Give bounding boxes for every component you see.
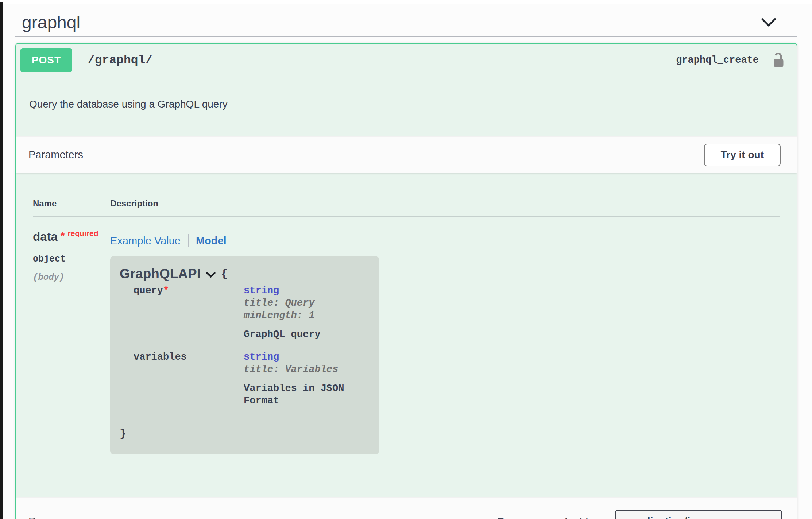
model-tabs: Example Value Model (110, 234, 780, 247)
required-asterisk: * (163, 285, 169, 296)
property-constraint: title: Variables (244, 363, 372, 376)
chevron-down-icon (206, 271, 216, 278)
selected-content-type: application/json (629, 515, 709, 519)
model-property-row: query* string title: Query minLength: 1 … (134, 284, 372, 341)
property-name: query* (134, 284, 244, 341)
parameter-name-cell: data * required object (body) (33, 230, 110, 454)
property-name: variables (134, 351, 244, 407)
response-content-type-label: Response content type (497, 516, 606, 519)
model-open-brace: { (221, 268, 228, 280)
tag-title: graphql (22, 12, 80, 32)
property-type: string (244, 351, 372, 363)
parameters-section-header: Parameters Try it out (16, 136, 797, 173)
model-toggle[interactable]: GraphQLAPI { (120, 266, 372, 282)
authorize-button[interactable] (772, 51, 785, 69)
parameter-location: (body) (33, 272, 110, 282)
property-description: Variables in JSON Format (244, 382, 372, 407)
window-left-edge (0, 2, 3, 519)
parameter-description-cell: Example Value Model GraphQLAPI (110, 230, 780, 454)
parameter-type: object (33, 254, 110, 264)
chevron-down-icon (761, 23, 776, 28)
window-top-border (3, 4, 812, 4)
property-type: string (244, 284, 372, 297)
tab-example-value[interactable]: Example Value (110, 235, 181, 247)
tab-separator (188, 234, 189, 247)
parameters-table-header: Name Description (33, 198, 780, 217)
model-property-row: variables string title: Variables Variab… (134, 351, 372, 407)
swagger-page: graphql POST /graphql/ graphql_create (3, 4, 812, 519)
required-asterisk: * (61, 230, 65, 242)
property-description: GraphQL query (244, 328, 372, 341)
property-constraint: minLength: 1 (244, 309, 372, 322)
chevron-down-icon (761, 515, 772, 519)
parameter-row: data * required object (body) Example Va… (33, 217, 780, 454)
tag-section-graphql[interactable]: graphql (15, 4, 797, 37)
tab-model[interactable]: Model (196, 235, 227, 247)
parameter-name: data (33, 230, 58, 244)
model-close-brace: } (120, 427, 372, 440)
unlock-icon (772, 65, 785, 70)
response-content-type-group: Response content type application/json (497, 510, 782, 519)
model-box: GraphQLAPI { query* (110, 256, 379, 454)
parameters-container: Name Description data * required object … (16, 173, 797, 497)
responses-section-header: Responses Response content type applicat… (16, 497, 797, 519)
operation-summary[interactable]: POST /graphql/ graphql_create (16, 44, 797, 77)
model-title: GraphQLAPI (120, 266, 201, 282)
responses-title: Responses (28, 515, 497, 519)
name-column-header: Name (33, 198, 110, 209)
http-method-badge: POST (20, 48, 72, 72)
property-constraint: title: Query (244, 297, 372, 309)
response-content-type-select[interactable]: application/json (615, 510, 782, 519)
required-label: required (68, 229, 98, 238)
opblock-post-graphql: POST /graphql/ graphql_create Query the … (15, 43, 797, 519)
parameters-title: Parameters (28, 149, 704, 161)
operation-id: graphql_create (676, 55, 759, 66)
tag-collapse-button[interactable] (761, 18, 776, 27)
endpoint-path: /graphql/ (88, 54, 152, 67)
try-it-out-button[interactable]: Try it out (704, 144, 781, 166)
description-column-header: Description (110, 198, 780, 209)
operation-description: Query the database using a GraphQL query (16, 77, 797, 136)
